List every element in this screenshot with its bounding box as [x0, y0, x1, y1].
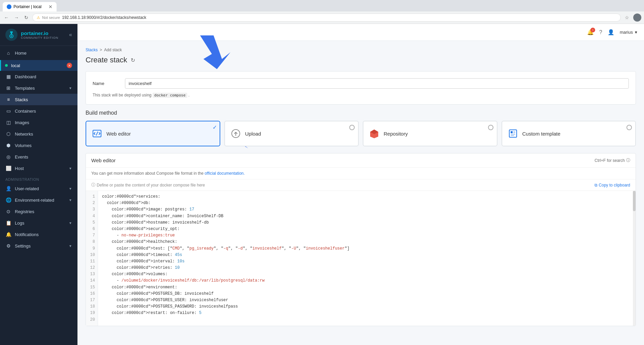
notifications-bell-icon[interactable]: 🔔 !: [587, 29, 594, 35]
templates-icon: ⊞: [5, 85, 11, 91]
copy-to-clipboard-button[interactable]: ⧉ Copy to clipboard: [594, 183, 630, 188]
build-method-custom-template[interactable]: Custom template: [502, 121, 636, 146]
sidebar-item-home[interactable]: ⌂ Home: [0, 47, 77, 59]
line-number: 20: [86, 317, 98, 323]
stacks-label: Stacks: [15, 97, 28, 102]
env-close-badge[interactable]: ✕: [67, 63, 72, 68]
logo-text: portainer.io COMMUNITY EDITION: [21, 30, 58, 39]
images-label: Images: [15, 120, 29, 125]
networks-label: Networks: [15, 132, 33, 137]
volumes-icon: ⬢: [5, 143, 11, 148]
user-dropdown-chevron-icon: ▾: [635, 30, 637, 35]
host-chevron-icon: ▼: [69, 167, 72, 170]
code-line: color:#0000cd">test: ["CMD", "pg_isready…: [102, 246, 632, 252]
sidebar-item-volumes[interactable]: ⬢ Volumes: [0, 140, 77, 151]
copy-icon: ⧉: [594, 183, 598, 188]
upload-icon: [230, 128, 241, 139]
host-label: Host: [15, 166, 24, 171]
back-button[interactable]: ←: [3, 13, 10, 22]
code-line: color:#0000cd">interval: 10s: [102, 258, 632, 265]
sidebar-item-images[interactable]: ◫ Images: [0, 117, 77, 128]
hint-period: .: [188, 93, 189, 97]
svg-rect-11: [511, 134, 515, 135]
hint-text: This stack will be deployed using: [93, 93, 152, 97]
line-number: 17: [86, 297, 98, 304]
form-hint: This stack will be deployed using docker…: [93, 93, 629, 97]
env-related-chevron-icon: ▼: [69, 198, 72, 202]
address-bar[interactable]: ⚠ Not secure 192.168.1.18:9000/#/2/docke…: [32, 13, 621, 22]
sidebar-environment-item[interactable]: local ✕: [0, 60, 77, 71]
tab-close-button[interactable]: ✕: [49, 4, 53, 9]
sidebar-item-notifications[interactable]: 🔔 Notifications: [0, 229, 77, 240]
sidebar-item-templates[interactable]: ⊞ Templates ▼: [0, 82, 77, 94]
sidebar-item-stacks[interactable]: ≡ Stacks: [0, 94, 77, 105]
events-icon: ◎: [5, 154, 11, 160]
app-container: portainer.io COMMUNITY EDITION « ⌂ Home …: [0, 24, 644, 345]
build-method-upload[interactable]: Upload: [224, 121, 359, 146]
name-section: Name This stack will be deployed using d…: [86, 71, 636, 105]
line-number: 2: [86, 200, 98, 206]
editor-desc-text: You can get more information about Compo…: [91, 171, 203, 176]
active-tab[interactable]: Portainer | local ✕: [3, 2, 57, 11]
code-line: color:#0000cd">restart: on-failure: 5: [102, 310, 632, 316]
reload-button[interactable]: ↻: [23, 13, 30, 22]
build-method-repository[interactable]: Repository: [363, 121, 497, 146]
browser-controls: ← → ↻ ⚠ Not secure 192.168.1.18:9000/#/2…: [0, 11, 644, 24]
line-number: 11: [86, 258, 98, 265]
page-content: Stacks > Add stack Create stack ↻ Nam: [77, 41, 644, 345]
dashboard-label: Dashboard: [15, 74, 36, 79]
sidebar-item-events[interactable]: ◎ Events: [0, 151, 77, 163]
docker-compose-code: docker compose: [153, 93, 187, 98]
sidebar-item-user-related[interactable]: 👤 User-related ▼: [0, 183, 77, 194]
code-line: [102, 317, 632, 323]
custom-template-radio: [626, 125, 632, 130]
sidebar-item-logs[interactable]: 📋 Logs ▼: [0, 217, 77, 229]
repository-label: Repository: [384, 131, 408, 137]
name-form-row: Name: [93, 78, 629, 89]
user-menu[interactable]: marius ▾: [620, 30, 637, 35]
code-line: color:#0000cd">security_opt:: [102, 226, 632, 232]
breadcrumb-stacks-link[interactable]: Stacks: [86, 48, 98, 52]
refresh-icon[interactable]: ↻: [131, 57, 135, 63]
line-number: 16: [86, 291, 98, 297]
line-number: 14: [86, 278, 98, 284]
templates-chevron-icon: ▼: [69, 86, 72, 90]
logo-name: portainer.io: [21, 30, 58, 36]
stack-name-input[interactable]: [125, 78, 629, 89]
code-line: color:#0000cd">POSTGRES_USER: invoiceshe…: [102, 297, 632, 304]
settings-icon: ⚙: [5, 243, 11, 249]
sidebar-item-networks[interactable]: ⬡ Networks: [0, 128, 77, 140]
user-profile-icon[interactable]: 👤: [608, 29, 614, 35]
svg-point-4: [11, 35, 12, 37]
line-number: 18: [86, 304, 98, 310]
sidebar-item-dashboard[interactable]: ▦ Dashboard: [0, 71, 77, 82]
sidebar-collapse-button[interactable]: «: [69, 32, 72, 38]
sidebar-item-host[interactable]: ⬜ Host ▼: [0, 163, 77, 174]
build-method-web-editor[interactable]: Web editor ✓: [86, 121, 220, 146]
env-related-icon: 🌐: [5, 197, 11, 203]
code-editor[interactable]: 1234567891011121314151617181920 color:#0…: [86, 191, 636, 326]
code-content[interactable]: color:#0000cd">services: color:#0000cd">…: [98, 191, 636, 326]
sidebar-item-containers[interactable]: ▭ Containers: [0, 105, 77, 117]
svg-rect-13: [513, 131, 515, 133]
forward-button[interactable]: →: [13, 13, 20, 22]
templates-label: Templates: [15, 86, 35, 91]
editor-section-title: Web editor: [91, 157, 116, 163]
registries-label: Registries: [15, 209, 34, 214]
page-title-row: Create stack ↻: [86, 56, 636, 64]
sidebar-item-env-related[interactable]: 🌐 Environment-related ▼: [0, 194, 77, 206]
hint-content: Define or paste the content of your dock…: [97, 183, 205, 188]
line-number: 3: [86, 206, 98, 213]
code-line: color:#0000cd">db:: [102, 200, 632, 206]
bookmark-button[interactable]: ☆: [623, 13, 631, 22]
official-doc-link[interactable]: official documentation.: [204, 171, 245, 176]
build-method-section: Build method Web editor: [86, 110, 636, 146]
sidebar-item-registries[interactable]: ⊙ Registries: [0, 206, 77, 217]
home-icon: ⌂: [5, 50, 11, 56]
code-line: color:#0000cd">POSTGRES_PASSWORD: invoic…: [102, 304, 632, 310]
search-hint-icon: ⓘ: [626, 157, 630, 163]
settings-chevron-icon: ▼: [69, 244, 72, 248]
help-icon[interactable]: ?: [599, 29, 602, 35]
sidebar-item-settings[interactable]: ⚙ Settings ▼: [0, 240, 77, 252]
code-line: - no-new-privileges:true: [102, 232, 632, 239]
